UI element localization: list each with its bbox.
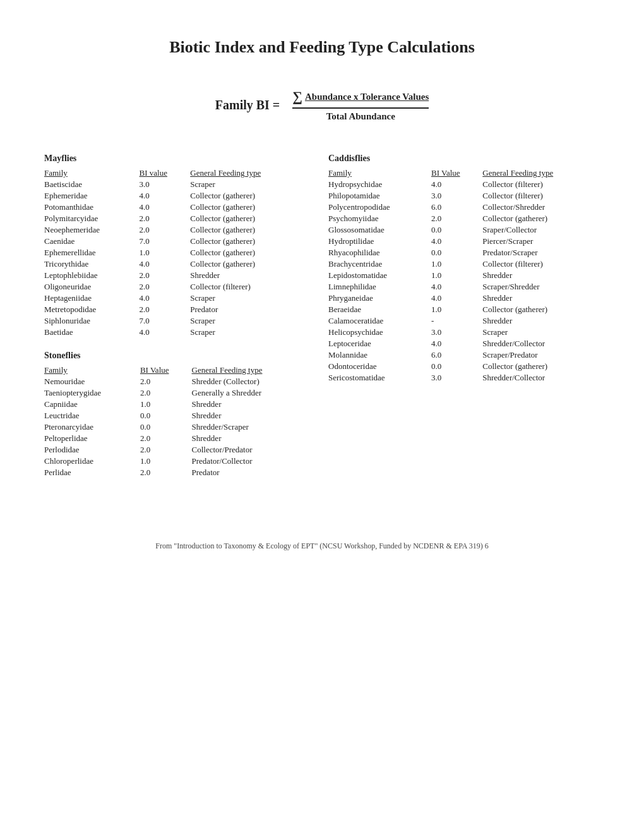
formula-fraction: ∑ Abundance x Tolerance Values Total Abu…: [292, 88, 429, 122]
table-row: Nemouridae2.0Shredder (Collector): [44, 376, 309, 387]
table-cell: 0.0: [431, 247, 482, 258]
table-cell: Shredder/Collector: [482, 338, 600, 349]
table-cell: Potomanthidae: [44, 202, 140, 213]
table-cell: Rhyacophilidae: [328, 247, 431, 258]
table-cell: Collector (gatherer): [190, 190, 309, 202]
table-row: Glossosomatidae0.0Sraper/Collector: [328, 224, 600, 236]
table-row: Hydroptilidae4.0Piercer/Scraper: [328, 236, 600, 247]
table-cell: Shredder/Scraper: [192, 421, 309, 433]
table-row: Oligoneuridae2.0Collector (filterer): [44, 281, 309, 293]
table-row: Metretopodidae2.0Predator: [44, 304, 309, 315]
table-cell: 4.0: [140, 293, 191, 304]
mayflies-section: Mayflies Family BI value General Feeding…: [44, 154, 309, 338]
table-row: Perlodidae2.0Collector/Predator: [44, 444, 309, 456]
table-cell: Shredder: [482, 315, 600, 327]
table-cell: Collector (gatherer): [482, 361, 600, 372]
table-cell: Scraper/Shredder: [482, 281, 600, 293]
table-row: Brachycentridae1.0Collector (filterer): [328, 258, 600, 270]
table-row: Tricorythidae4.0Collector (gatherer): [44, 258, 309, 270]
table-cell: Leuctridae: [44, 410, 140, 421]
table-cell: 4.0: [431, 281, 482, 293]
table-row: Ephemerellidae1.0Collector (gatherer): [44, 247, 309, 258]
table-cell: -: [431, 315, 482, 327]
table-cell: Shredder: [482, 293, 600, 304]
stoneflies-col-bi: BI Value: [140, 365, 192, 376]
caddisflies-table: Family BI Value General Feeding type Hyd…: [328, 167, 600, 384]
table-cell: 2.0: [140, 281, 191, 293]
table-cell: 4.0: [431, 338, 482, 349]
table-cell: Baetiscidae: [44, 179, 140, 190]
table-cell: Capniidae: [44, 399, 140, 410]
table-cell: 0.0: [431, 361, 482, 372]
table-cell: Collector (gatherer): [482, 213, 600, 224]
table-row: Capniidae1.0Shredder: [44, 399, 309, 410]
table-cell: Odontoceridae: [328, 361, 431, 372]
table-cell: 0.0: [431, 224, 482, 236]
caddisflies-col-feeding: General Feeding type: [482, 167, 600, 179]
table-cell: Collector/Predator: [192, 444, 309, 456]
table-cell: Collector (gatherer): [482, 304, 600, 315]
table-cell: Ephemeridae: [44, 190, 140, 202]
table-cell: 6.0: [431, 349, 482, 361]
table-cell: 2.0: [140, 304, 191, 315]
table-cell: Collector (filterer): [482, 179, 600, 190]
table-cell: 7.0: [140, 315, 191, 327]
table-cell: Scraper: [190, 179, 309, 190]
table-cell: Phryganeidae: [328, 293, 431, 304]
table-cell: Polycentropodidae: [328, 202, 431, 213]
table-cell: Collector (filterer): [190, 281, 309, 293]
stoneflies-section: Stoneflies Family BI Value General Feedi…: [44, 351, 309, 478]
stoneflies-col-feeding: General Feeding type: [192, 365, 309, 376]
table-cell: 3.0: [431, 372, 482, 384]
table-cell: Leptoceridae: [328, 338, 431, 349]
table-row: Baetidae4.0Scraper: [44, 327, 309, 338]
table-cell: Shredder: [192, 410, 309, 421]
table-cell: 1.0: [431, 270, 482, 281]
mayflies-col-bi: BI value: [140, 167, 191, 179]
mayflies-table: Family BI value General Feeding type Bae…: [44, 167, 309, 338]
caddisflies-col-bi: BI Value: [431, 167, 482, 179]
table-cell: Collector (gatherer): [190, 213, 309, 224]
table-row: Phryganeidae4.0Shredder: [328, 293, 600, 304]
caddisflies-section: Caddisflies Family BI Value General Feed…: [328, 154, 600, 384]
table-row: Leuctridae0.0Shredder: [44, 410, 309, 421]
page-title: Biotic Index and Feeding Type Calculatio…: [44, 38, 600, 57]
table-cell: Lepidostomatidae: [328, 270, 431, 281]
table-cell: Predator: [192, 467, 309, 478]
table-cell: 4.0: [140, 258, 191, 270]
table-cell: Sericostomatidae: [328, 372, 431, 384]
table-cell: Beraeidae: [328, 304, 431, 315]
footer: From "Introduction to Taxonomy & Ecology…: [44, 541, 600, 551]
table-row: Leptoceridae4.0Shredder/Collector: [328, 338, 600, 349]
table-row: Limnephilidae4.0Scraper/Shredder: [328, 281, 600, 293]
table-row: Lepidostomatidae1.0Shredder: [328, 270, 600, 281]
table-cell: Peltoperlidae: [44, 433, 140, 444]
table-cell: Shredder (Collector): [192, 376, 309, 387]
table-row: Leptophlebiidae2.0Shredder: [44, 270, 309, 281]
table-row: Baetiscidae3.0Scraper: [44, 179, 309, 190]
table-cell: Leptophlebiidae: [44, 270, 140, 281]
formula-numerator: ∑ Abundance x Tolerance Values: [292, 88, 429, 109]
table-cell: Perlidae: [44, 467, 140, 478]
table-cell: Collector (gatherer): [190, 258, 309, 270]
table-cell: Psychomyiidae: [328, 213, 431, 224]
table-row: Peltoperlidae2.0Shredder: [44, 433, 309, 444]
table-cell: Baetidae: [44, 327, 140, 338]
formula-denominator: Total Abundance: [326, 111, 395, 122]
table-cell: 1.0: [140, 456, 192, 467]
table-row: Pteronarcyidae0.0Shredder/Scraper: [44, 421, 309, 433]
table-row: Philopotamidae3.0Collector (filterer): [328, 190, 600, 202]
table-cell: Scraper: [190, 293, 309, 304]
table-row: Beraeidae1.0Collector (gatherer): [328, 304, 600, 315]
table-cell: Shredder: [190, 270, 309, 281]
table-cell: 0.0: [140, 410, 192, 421]
table-cell: Collector (filterer): [482, 258, 600, 270]
table-cell: Shredder: [482, 270, 600, 281]
table-cell: Philopotamidae: [328, 190, 431, 202]
numerator-text: Abundance x Tolerance Values: [305, 92, 429, 102]
caddisflies-header-row: Family BI Value General Feeding type: [328, 167, 600, 179]
table-cell: 4.0: [140, 202, 191, 213]
table-row: Psychomyiidae2.0Collector (gatherer): [328, 213, 600, 224]
table-cell: Perlodidae: [44, 444, 140, 456]
table-row: Taeniopterygidae2.0Generally a Shredder: [44, 387, 309, 399]
